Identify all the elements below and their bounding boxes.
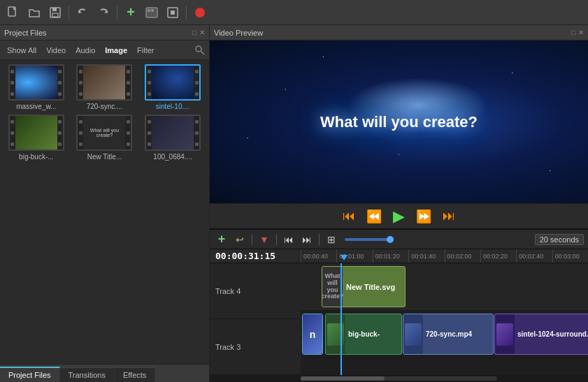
filter-search <box>195 45 205 55</box>
thumb-label-new-title: New Title... <box>87 153 122 161</box>
preview-close-icon[interactable]: ✕ <box>578 29 584 36</box>
bottom-tabs: Project Files Transitions Effects <box>0 364 209 382</box>
separator-3 <box>186 6 187 20</box>
timecode-display: 00:00:31:15 <box>210 251 301 261</box>
filter-filter-btn[interactable]: Filter <box>134 45 157 56</box>
scrollbar-track[interactable] <box>301 376 497 381</box>
video-preview-area[interactable]: What will you create? <box>210 41 588 203</box>
track-row-4: What willyoucreate? New Title.svg <box>301 263 588 311</box>
clip-label-new-title: New Title.svg <box>343 283 398 291</box>
ruler-mark-3: 00:01:40 <box>408 249 444 263</box>
filter-audio-btn[interactable]: Audio <box>73 45 98 56</box>
svg-point-9 <box>195 8 205 17</box>
close-icon[interactable]: ✕ <box>199 29 205 36</box>
clip-big-buck[interactable]: big-buck- <box>325 314 402 355</box>
track-row-3: n big-buck- <box>301 311 588 358</box>
video-overlay-text: What will you create? <box>320 113 478 131</box>
thumb-big-buck[interactable]: big-buck-... <box>4 115 69 161</box>
track-label-3: Track 3 <box>210 319 301 375</box>
header-icons: □ ✕ <box>192 29 205 36</box>
thumb-sintel-10[interactable]: sintel-10.... <box>141 64 205 110</box>
rewind-btn[interactable]: ⏪ <box>364 207 385 226</box>
minimize-icon[interactable]: □ <box>192 29 196 36</box>
svg-rect-8 <box>171 10 175 15</box>
save-btn[interactable] <box>46 3 64 22</box>
timeline-toolbar: + ↩ ▼ ⏮ ⏭ ⊞ 20 seconds <box>210 230 588 249</box>
thumb-720-sync[interactable]: 720-sync.... <box>73 64 137 110</box>
scrollbar-thumb[interactable] <box>301 376 385 381</box>
thumb-label-720-sync: 720-sync.... <box>87 103 123 110</box>
timeline: + ↩ ▼ ⏮ ⏭ ⊞ 20 seconds 00:00:31:1 <box>210 228 588 382</box>
right-panel: Video Preview □ ✕ What will you create? … <box>210 25 588 382</box>
thumbnail-grid: massive_w... 720-sync.... sintel-10.... <box>0 60 209 364</box>
clip-sintel[interactable]: sintel-1024-surround.mp4 <box>494 314 588 355</box>
svg-rect-2 <box>52 8 57 11</box>
tracks-area: Track 4 Track 3 <box>210 263 588 375</box>
thumb-label-100-0684: 100_0684.... <box>153 153 192 161</box>
tl-next-btn[interactable]: ⏭ <box>299 232 315 247</box>
filter-image-btn[interactable]: Image <box>102 45 130 56</box>
undo-btn[interactable] <box>73 3 92 22</box>
filter-video-btn[interactable]: Video <box>43 45 69 56</box>
tab-effects[interactable]: Effects <box>115 367 155 382</box>
tl-remove-btn[interactable]: ↩ <box>232 232 248 247</box>
fast-forward-btn[interactable]: ⏩ <box>413 207 434 226</box>
preview-minimize-icon[interactable]: □ <box>571 29 575 36</box>
tl-add-btn[interactable]: + <box>214 232 229 247</box>
tl-lock-btn[interactable]: ⊞ <box>324 232 339 247</box>
timeline-scrollbar <box>210 375 588 382</box>
left-panel: Project Files □ ✕ Show All Video Audio I… <box>0 25 210 382</box>
skip-end-btn[interactable]: ⏭ <box>440 207 458 225</box>
tl-sep-2 <box>276 234 277 245</box>
filter-all-btn[interactable]: Show All <box>4 45 39 56</box>
play-btn[interactable]: ▶ <box>390 206 408 227</box>
add-clip-btn[interactable]: + <box>122 3 140 22</box>
clip-small-1[interactable]: n <box>302 314 323 355</box>
new-btn[interactable] <box>4 3 22 22</box>
svg-point-10 <box>196 46 201 52</box>
playhead <box>340 263 342 375</box>
thumb-100-0684[interactable]: 100_0684.... <box>141 115 205 161</box>
project-files-title: Project Files <box>4 29 47 37</box>
svg-line-11 <box>201 51 205 54</box>
preview-header: Video Preview □ ✕ <box>210 25 588 41</box>
clip-label-sintel: sintel-1024-surround.mp4 <box>515 330 588 338</box>
main-layout: Project Files □ ✕ Show All Video Audio I… <box>0 25 588 382</box>
thumb-massive-w[interactable]: massive_w... <box>4 64 69 110</box>
record-btn[interactable] <box>191 3 209 22</box>
tracks-content: What willyoucreate? New Title.svg n <box>301 263 588 375</box>
separator-1 <box>69 6 69 20</box>
playback-controls: ⏮ ⏪ ▶ ⏩ ⏭ <box>210 203 588 228</box>
preview-header-icons: □ ✕ <box>571 29 584 36</box>
thumb-label-massive-w: massive_w... <box>16 103 56 110</box>
clip-new-title[interactable]: What willyoucreate? New Title.svg <box>322 266 406 307</box>
tab-transitions[interactable]: Transitions <box>60 367 115 382</box>
track-label-4: Track 4 <box>210 263 301 319</box>
video-background: What will you create? <box>210 41 588 203</box>
thumb-label-big-buck: big-buck-... <box>19 153 53 161</box>
timeline-ruler: 00:00:31:15 00:00:40 00:01:00 00:01:20 0… <box>210 249 588 263</box>
svg-rect-5 <box>148 9 150 12</box>
svg-rect-3 <box>52 13 58 17</box>
playhead-ruler-marker <box>340 255 347 260</box>
filter-bar: Show All Video Audio Image Filter <box>0 41 209 60</box>
skip-start-btn[interactable]: ⏮ <box>340 207 358 225</box>
thumb-label-sintel: sintel-10.... <box>156 103 190 110</box>
redo-btn[interactable] <box>94 3 113 22</box>
thumb-new-title[interactable]: What will you create? New Title... <box>73 115 137 161</box>
tl-filter-btn[interactable]: ▼ <box>257 232 272 247</box>
title-btn[interactable] <box>143 3 161 22</box>
svg-rect-6 <box>151 9 154 12</box>
tab-project-files[interactable]: Project Files <box>0 367 60 382</box>
ruler-mark-0: 00:00:40 <box>301 249 336 263</box>
clip-720-sync[interactable]: 720-sync.mp4 <box>403 314 494 355</box>
fullscreen-btn[interactable] <box>164 3 182 22</box>
search-icon <box>195 45 205 55</box>
clip-label-big-buck: big-buck- <box>345 330 382 338</box>
clip-label-720-sync: 720-sync.mp4 <box>423 330 475 338</box>
tl-prev-btn[interactable]: ⏮ <box>281 232 296 247</box>
tl-sep-3 <box>319 234 320 245</box>
ruler-mark-5: 00:02:20 <box>480 249 516 263</box>
open-btn[interactable] <box>25 3 43 22</box>
ruler-mark-7: 00:03:00 <box>552 249 588 263</box>
